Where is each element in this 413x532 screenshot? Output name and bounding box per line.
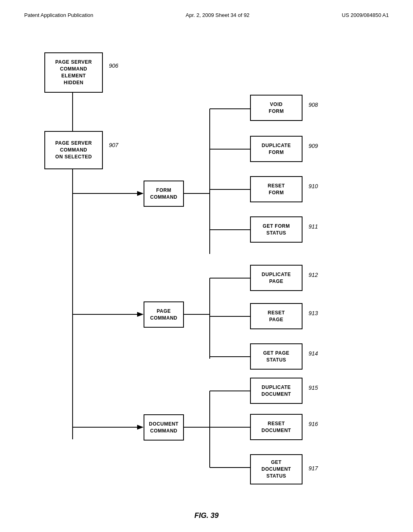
ref-910: 910 [309, 183, 318, 189]
ref-913: 913 [309, 310, 318, 316]
ref-917: 917 [309, 465, 318, 472]
duplicate-page-box: DUPLICATE PAGE [250, 265, 302, 291]
header-middle: Apr. 2, 2009 Sheet 34 of 92 [186, 12, 249, 18]
form-command-box: FORM COMMAND [144, 181, 184, 207]
page-command-box: PAGE COMMAND [144, 301, 184, 328]
diagram: PAGE SERVER COMMAND ELEMENT HIDDEN 906 P… [24, 40, 389, 500]
svg-marker-3 [137, 191, 144, 196]
ref-915: 915 [309, 384, 318, 391]
page-header: Patent Application Publication Apr. 2, 2… [24, 12, 389, 18]
reset-page-box: RESET PAGE [250, 303, 302, 329]
ref-914: 914 [309, 350, 318, 357]
figure-caption: FIG. 39 [194, 511, 219, 520]
header-right: US 2009/084850 A1 [342, 12, 389, 18]
header-left: Patent Application Publication [24, 12, 93, 18]
connector-lines [24, 40, 389, 500]
ref-911: 911 [309, 223, 318, 230]
duplicate-form-box: DUPLICATE FORM [250, 136, 302, 162]
psc-selected-box: PAGE SERVER COMMAND ON SELECTED [44, 131, 103, 169]
psc-hidden-box: PAGE SERVER COMMAND ELEMENT HIDDEN [44, 52, 103, 93]
get-page-status-box: GET PAGE STATUS [250, 343, 302, 370]
ref-906: 906 [109, 62, 118, 69]
get-form-status-box: GET FORM STATUS [250, 216, 302, 243]
ref-916: 916 [309, 421, 318, 427]
ref-909: 909 [309, 143, 318, 149]
get-document-status-box: GET DOCUMENT STATUS [250, 454, 302, 484]
void-form-box: VOID FORM [250, 95, 302, 121]
reset-form-box: RESET FORM [250, 176, 302, 202]
ref-912: 912 [309, 272, 318, 278]
ref-908: 908 [309, 102, 318, 108]
ref-907: 907 [109, 142, 118, 148]
document-command-box: DOCUMENT COMMAND [144, 414, 184, 441]
svg-marker-7 [137, 425, 144, 430]
reset-document-box: RESET DOCUMENT [250, 414, 302, 440]
duplicate-document-box: DUPLICATE DOCUMENT [250, 378, 302, 404]
svg-marker-5 [137, 312, 144, 317]
